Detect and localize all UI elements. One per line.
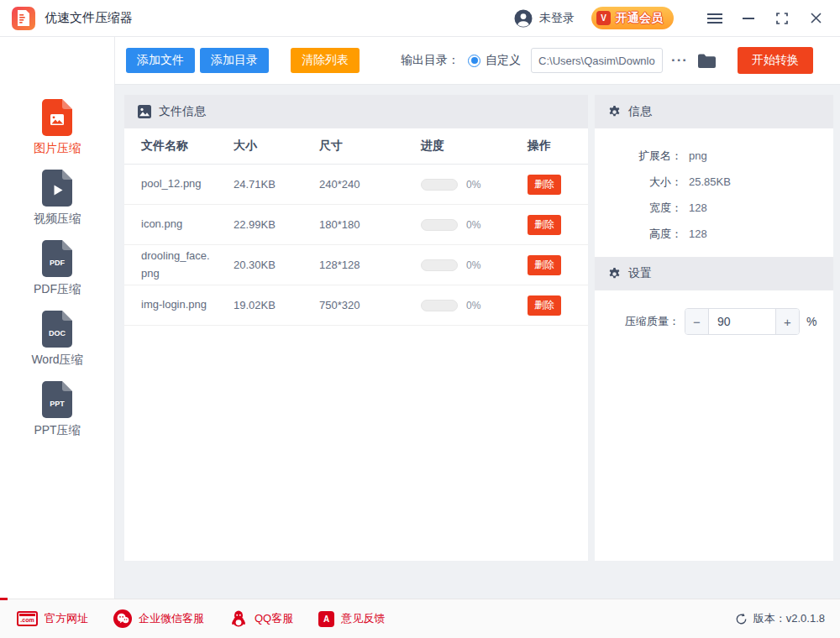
progress-value: 0% [466, 300, 480, 311]
app-logo-icon [12, 7, 35, 30]
ppt-file-icon: PPT [42, 381, 72, 418]
table-row[interactable]: drooling_face.png 20.30KB 128*128 0% 删除 [124, 245, 588, 285]
delete-button[interactable]: 删除 [528, 175, 561, 195]
sidebar-item-label: 视频压缩 [34, 212, 81, 227]
file-list-panel: 文件信息 文件名称 大小 尺寸 进度 操作 pool_12.png 24.71K… [124, 95, 588, 561]
browse-more-button[interactable]: ··· [666, 52, 693, 69]
folder-icon [698, 54, 716, 68]
maximize-button[interactable] [769, 6, 795, 31]
table-row[interactable]: img-login.png 19.02KB 750*320 0% 删除 [124, 285, 588, 326]
delete-button[interactable]: 删除 [528, 215, 561, 235]
start-convert-button[interactable]: 开始转换 [738, 47, 813, 74]
quality-decrease-button[interactable]: − [685, 309, 709, 334]
sidebar-item-ppt-compress[interactable]: PPT PPT压缩 [34, 381, 80, 438]
close-button[interactable] [803, 6, 828, 31]
table-header-row: 文件名称 大小 尺寸 进度 操作 [124, 128, 588, 165]
sidebar-item-image-compress[interactable]: 图片压缩 [34, 99, 81, 156]
quality-label: 压缩质量： [625, 314, 680, 329]
clear-list-button[interactable]: 清除列表 [291, 48, 360, 73]
table-row[interactable]: pool_12.png 24.71KB 240*240 0% 删除 [124, 165, 588, 205]
feedback-link[interactable]: A 意见反馈 [318, 611, 385, 627]
output-path-input[interactable] [531, 48, 663, 73]
minimize-button[interactable] [736, 6, 761, 31]
official-website-link[interactable]: .com 官方网址 [17, 611, 88, 626]
menu-button[interactable] [702, 6, 727, 31]
login-status-label: 未登录 [539, 11, 575, 26]
file-size: 22.99KB [234, 218, 319, 231]
gear-icon [608, 268, 621, 280]
user-avatar-icon [514, 9, 533, 28]
sidebar-item-label: 图片压缩 [34, 141, 81, 156]
delete-button[interactable]: 删除 [528, 295, 561, 316]
file-dims: 240*240 [319, 178, 421, 191]
sidebar-item-pdf-compress[interactable]: PDF PDF压缩 [34, 240, 81, 297]
footer-link-label: 意见反馈 [341, 611, 385, 626]
progress-value: 0% [466, 219, 480, 231]
progress-cell: 0% [421, 300, 528, 311]
login-status[interactable]: 未登录 [514, 9, 575, 28]
quality-increase-button[interactable]: + [775, 309, 799, 334]
feedback-icon-label: A [323, 614, 329, 624]
table-row[interactable]: icon.png 22.99KB 180*180 0% 删除 [124, 205, 588, 245]
info-label: 宽度： [595, 201, 682, 216]
image-file-icon [42, 99, 72, 136]
progress-bar [421, 179, 458, 191]
version-info: 版本：v2.0.1.8 [735, 611, 825, 626]
titlebar: 优速文件压缩器 未登录 V 开通会员 [0, 0, 840, 37]
footer-link-label: 官方网址 [45, 611, 88, 626]
open-folder-button[interactable] [698, 54, 716, 68]
wechat-support-link[interactable]: 企业微信客服 [113, 609, 204, 628]
custom-radio[interactable] [468, 55, 480, 67]
sidebar-item-label: PPT压缩 [34, 423, 80, 438]
settings-panel-title: 设置 [628, 266, 652, 281]
info-label: 扩展名： [595, 149, 682, 164]
info-row-size: 大小： 25.85KB [595, 169, 833, 195]
file-name: icon.png [141, 216, 234, 233]
sidebar-item-label: Word压缩 [31, 353, 82, 368]
qq-icon [229, 609, 248, 628]
close-icon [811, 13, 822, 24]
wechat-icon [113, 609, 132, 628]
progress-bar [421, 219, 458, 231]
app-title: 优速文件压缩器 [45, 10, 133, 26]
progress-cell: 0% [421, 259, 528, 271]
info-value: 128 [689, 227, 707, 240]
progress-value: 0% [466, 259, 480, 271]
vip-badge-icon: V [596, 11, 611, 25]
progress-bar [421, 259, 458, 271]
progress-cell: 0% [421, 219, 528, 231]
delete-button[interactable]: 删除 [528, 255, 561, 275]
column-header-size: 大小 [234, 139, 319, 154]
sidebar-item-video-compress[interactable]: 视频压缩 [34, 170, 81, 227]
info-row-height: 高度： 128 [595, 221, 833, 247]
add-directory-button[interactable]: 添加目录 [200, 48, 269, 73]
file-dims: 128*128 [319, 259, 421, 271]
custom-radio-label[interactable]: 自定义 [486, 53, 521, 68]
quality-row: 压缩质量： − + % [595, 290, 833, 335]
radio-dot-icon [471, 57, 478, 64]
column-header-ops: 操作 [528, 139, 571, 154]
info-row-width: 宽度： 128 [595, 195, 833, 221]
file-panel-title: 文件信息 [159, 104, 206, 119]
open-vip-button[interactable]: V 开通会员 [591, 7, 674, 29]
column-header-dims: 尺寸 [319, 139, 421, 154]
file-dims: 180*180 [319, 218, 421, 231]
sidebar-item-word-compress[interactable]: DOC Word压缩 [31, 311, 82, 368]
quality-input[interactable] [709, 309, 775, 334]
qq-support-link[interactable]: QQ客服 [229, 609, 293, 628]
vip-button-label: 开通会员 [616, 11, 663, 26]
info-value: 128 [689, 201, 707, 214]
add-file-button[interactable]: 添加文件 [126, 48, 195, 73]
feedback-icon: A [318, 611, 334, 627]
file-panel-header: 文件信息 [124, 95, 588, 128]
settings-panel-header: 设置 [595, 257, 833, 290]
doc-badge-label: DOC [49, 329, 66, 337]
info-label: 高度： [595, 227, 682, 242]
column-header-progress: 进度 [421, 139, 528, 154]
content-area: 文件信息 文件名称 大小 尺寸 进度 操作 pool_12.png 24.71K… [115, 85, 840, 599]
hamburger-icon [707, 13, 722, 24]
info-label: 大小： [595, 175, 682, 190]
maximize-icon [776, 13, 788, 24]
video-file-icon [42, 170, 72, 207]
info-value: png [689, 149, 707, 162]
